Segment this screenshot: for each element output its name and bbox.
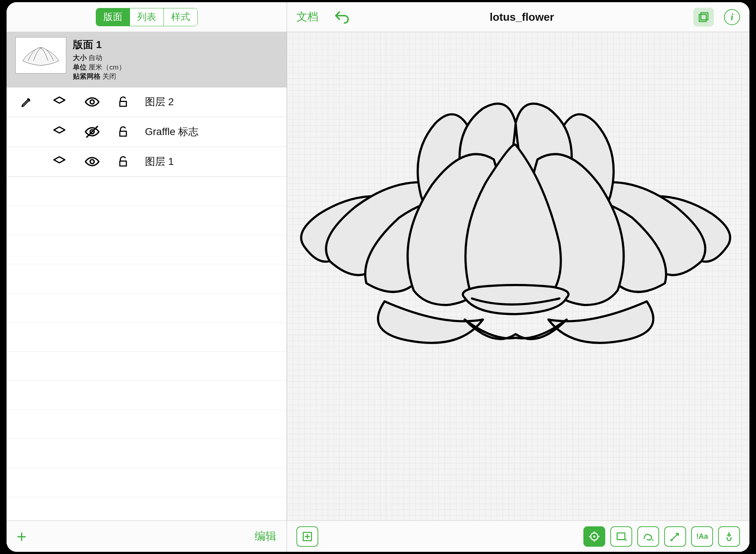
empty-row bbox=[7, 293, 287, 322]
layer-name-label: Graffle 标志 bbox=[141, 125, 198, 139]
canvas[interactable] bbox=[287, 32, 749, 521]
svg-point-0 bbox=[90, 100, 94, 104]
main-toolbar: 文档 lotus_flower i bbox=[287, 2, 749, 32]
selection-tool[interactable] bbox=[583, 526, 605, 547]
layers-list: 图层 2 Graffle 标志 bbox=[7, 87, 287, 521]
tab-styles[interactable]: 样式 bbox=[164, 8, 197, 26]
sidebar: 版面 列表 样式 版面 bbox=[7, 2, 287, 552]
svg-line-19 bbox=[672, 533, 678, 539]
lock-icon[interactable] bbox=[112, 125, 134, 138]
touch-tool[interactable] bbox=[718, 526, 740, 547]
layer-name-label: 图层 2 bbox=[141, 95, 174, 109]
undo-icon[interactable] bbox=[333, 8, 350, 26]
sidebar-bottom-toolbar: + 编辑 bbox=[7, 521, 287, 552]
pencil-icon[interactable] bbox=[14, 96, 39, 108]
empty-row bbox=[7, 264, 287, 293]
empty-row bbox=[7, 439, 287, 468]
svg-rect-4 bbox=[699, 14, 706, 21]
freehand-tool[interactable]: + bbox=[637, 526, 659, 547]
svg-point-3 bbox=[90, 160, 94, 164]
layer-icon[interactable] bbox=[47, 95, 72, 109]
documents-button[interactable]: 文档 bbox=[296, 9, 318, 24]
empty-row bbox=[7, 322, 287, 352]
add-shape-button[interactable] bbox=[296, 526, 318, 547]
lock-icon[interactable] bbox=[112, 155, 134, 168]
empty-row bbox=[7, 410, 287, 439]
rectangle-tool[interactable]: + bbox=[610, 526, 632, 547]
canvas-meta: 大小 自动 单位 厘米（cm） 贴紧网格 关闭 bbox=[73, 53, 126, 81]
empty-row bbox=[7, 235, 287, 264]
canvas-thumbnail bbox=[15, 37, 66, 74]
svg-rect-15 bbox=[617, 533, 625, 539]
text-tool-label: !Aa bbox=[696, 532, 708, 541]
visibility-icon[interactable] bbox=[79, 94, 105, 110]
canvas-info: 版面 1 大小 自动 单位 厘米（cm） 贴紧网格 关闭 bbox=[73, 37, 126, 81]
empty-row bbox=[7, 381, 287, 410]
layer-icon[interactable] bbox=[47, 154, 72, 169]
empty-row bbox=[7, 468, 287, 497]
layer-row[interactable]: Graffle 标志 bbox=[7, 117, 287, 147]
canvases-icon[interactable] bbox=[693, 8, 714, 27]
tab-list[interactable]: 列表 bbox=[130, 8, 164, 26]
layer-icon[interactable] bbox=[47, 124, 72, 139]
empty-row bbox=[7, 177, 287, 206]
svg-point-14 bbox=[593, 535, 595, 538]
info-icon[interactable]: i bbox=[724, 9, 740, 25]
document-title[interactable]: lotus_flower bbox=[361, 11, 682, 23]
app-window: 版面 列表 样式 版面 bbox=[7, 2, 749, 552]
add-button[interactable]: + bbox=[17, 528, 27, 545]
empty-row bbox=[7, 352, 287, 381]
sidebar-toolbar: 版面 列表 样式 bbox=[7, 2, 287, 32]
visibility-icon[interactable] bbox=[79, 154, 105, 170]
lotus-drawing[interactable] bbox=[290, 87, 741, 349]
empty-row bbox=[7, 206, 287, 235]
lock-icon[interactable] bbox=[112, 95, 134, 108]
canvas-title: 版面 1 bbox=[73, 38, 126, 52]
main-pane: 文档 lotus_flower i bbox=[287, 2, 749, 552]
main-bottom-toolbar: + + !Aa bbox=[287, 521, 749, 552]
layer-row[interactable]: 图层 1 bbox=[7, 147, 287, 177]
svg-text:+: + bbox=[651, 537, 654, 543]
svg-rect-5 bbox=[701, 13, 708, 20]
view-segmented-control: 版面 列表 样式 bbox=[96, 8, 198, 26]
canvas-card[interactable]: 版面 1 大小 自动 单位 厘米（cm） 贴紧网格 关闭 bbox=[7, 32, 287, 87]
tab-canvases[interactable]: 版面 bbox=[96, 8, 130, 26]
text-tool[interactable]: !Aa bbox=[691, 526, 713, 547]
visibility-hidden-icon[interactable] bbox=[79, 124, 105, 140]
layer-name-label: 图层 1 bbox=[141, 155, 174, 169]
svg-text:+: + bbox=[625, 537, 627, 543]
layer-row[interactable]: 图层 2 bbox=[7, 87, 287, 117]
edit-button[interactable]: 编辑 bbox=[255, 529, 276, 544]
line-tool[interactable] bbox=[664, 526, 686, 547]
